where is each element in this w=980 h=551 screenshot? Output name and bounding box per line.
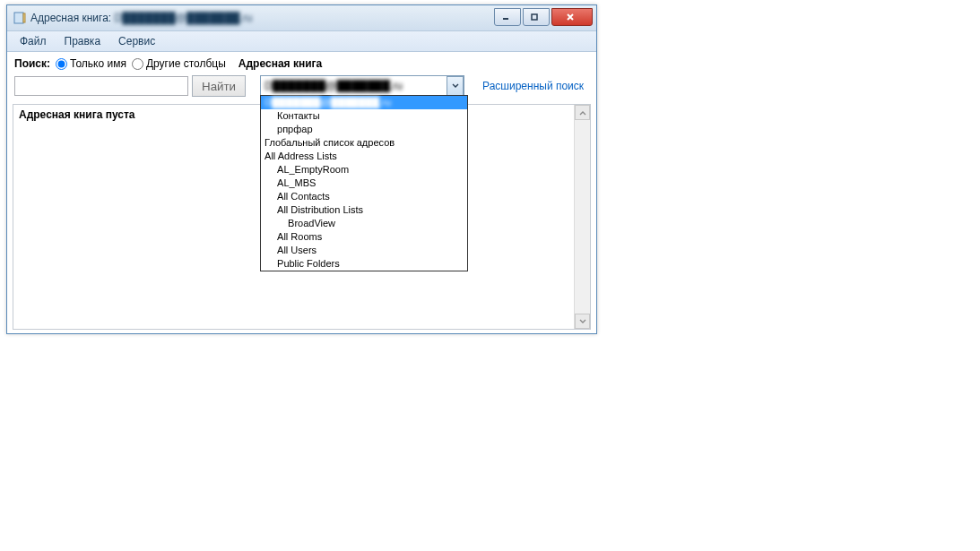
titlebar: Адресная книга: D███████@███████.ru: [7, 5, 596, 31]
radio-name-only-label: Только имя: [70, 57, 126, 70]
combo-dropdown-button[interactable]: [447, 76, 464, 96]
dd-selected-account[interactable]: D███████@███████.ru: [261, 96, 467, 109]
combo-value: D███████@███████.ru: [265, 80, 447, 92]
minimize-button[interactable]: [494, 8, 521, 26]
svg-rect-3: [532, 14, 537, 20]
window-title: Адресная книга: D███████@███████.ru: [30, 12, 494, 24]
maximize-button[interactable]: [523, 8, 550, 26]
dd-global-address-list[interactable]: Глобальный список адресов: [261, 136, 467, 150]
scroll-down-button[interactable]: [575, 314, 590, 329]
scroll-up-button[interactable]: [575, 105, 590, 120]
radio-other-columns[interactable]: Другие столбцы: [132, 57, 226, 70]
chevron-up-icon: [579, 110, 586, 116]
dd-al-emptyroom[interactable]: AL_EmptyRoom: [261, 163, 467, 176]
dd-all-address-lists[interactable]: All Address Lists: [261, 150, 467, 163]
advanced-search-link[interactable]: Расширенный поиск: [482, 80, 584, 92]
dd-all-rooms[interactable]: All Rooms: [261, 230, 467, 244]
dd-broadview[interactable]: BroadView: [261, 217, 467, 230]
dd-all-users[interactable]: All Users: [261, 244, 467, 257]
dd-al-mbs[interactable]: AL_MBS: [261, 176, 467, 190]
menubar: Файл Правка Сервис: [7, 31, 596, 52]
dd-public-folders[interactable]: Public Folders: [261, 257, 467, 271]
svg-rect-0: [14, 13, 23, 23]
radio-name-only[interactable]: Только имя: [56, 57, 126, 70]
search-input[interactable]: [14, 76, 188, 96]
title-email: D███████@███████.ru: [115, 12, 253, 24]
menu-file[interactable]: Файл: [11, 33, 56, 49]
search-toolbar-row2: Найти D███████@███████.ru D███████@█████…: [7, 73, 596, 102]
dd-contacts[interactable]: Контакты: [261, 109, 467, 123]
dd-rprfar[interactable]: рпрфар: [261, 123, 467, 136]
search-label: Поиск:: [14, 57, 50, 70]
empty-message: Адресная книга пуста: [19, 108, 135, 121]
menu-tools[interactable]: Сервис: [109, 33, 164, 49]
dd-all-distribution-lists[interactable]: All Distribution Lists: [261, 203, 467, 217]
svg-rect-1: [23, 13, 25, 22]
title-prefix: Адресная книга:: [30, 12, 115, 24]
address-book-combo[interactable]: D███████@███████.ru: [260, 75, 464, 97]
chevron-down-icon: [452, 83, 459, 89]
radio-other-columns-label: Другие столбцы: [146, 57, 226, 70]
window-controls: [494, 8, 593, 26]
dd-all-contacts[interactable]: All Contacts: [261, 190, 467, 203]
address-book-icon: [13, 11, 27, 25]
menu-edit[interactable]: Правка: [56, 33, 110, 49]
address-book-window: Адресная книга: D███████@███████.ru Файл…: [6, 4, 597, 334]
address-book-label: Адресная книга: [238, 57, 322, 70]
address-book-combo-wrap: D███████@███████.ru D███████@███████.ru …: [260, 75, 464, 97]
address-book-dropdown: D███████@███████.ru Контакты рпрфар Глоб…: [260, 95, 468, 271]
search-toolbar-row1: Поиск: Только имя Другие столбцы Адресна…: [7, 52, 596, 73]
vertical-scrollbar[interactable]: [574, 105, 590, 329]
close-button[interactable]: [551, 8, 593, 26]
radio-name-only-input[interactable]: [56, 58, 67, 70]
chevron-down-icon: [579, 319, 586, 324]
find-button[interactable]: Найти: [192, 75, 246, 97]
radio-other-columns-input[interactable]: [132, 58, 143, 70]
